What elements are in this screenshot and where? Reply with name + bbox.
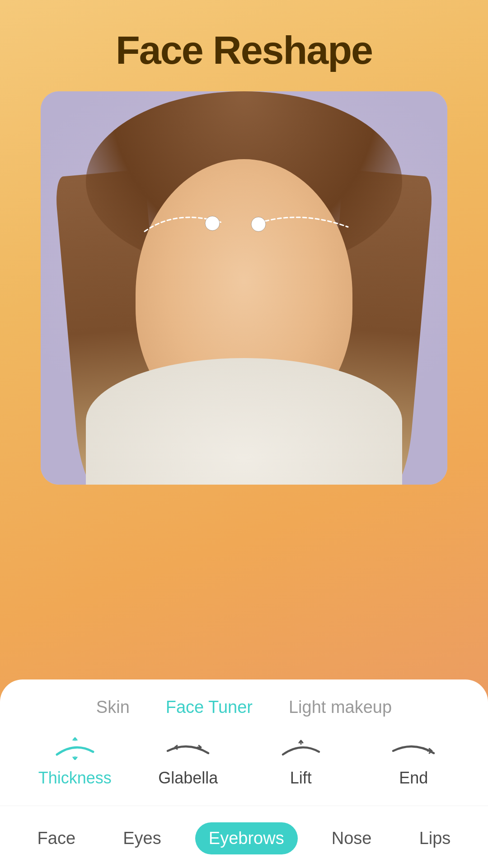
category-face[interactable]: Face: [24, 822, 89, 854]
glabella-icon: [165, 735, 211, 762]
end-label: End: [399, 769, 428, 788]
tab-light-makeup[interactable]: Light makeup: [289, 698, 392, 717]
category-nose[interactable]: Nose: [318, 822, 385, 854]
tool-glabella[interactable]: Glabella: [152, 735, 224, 788]
photo-card: [41, 91, 447, 485]
tab-skin[interactable]: Skin: [96, 698, 130, 717]
thickness-label: Thickness: [38, 769, 112, 788]
svg-point-0: [205, 216, 220, 231]
glabella-label: Glabella: [158, 769, 218, 788]
category-lips[interactable]: Lips: [406, 822, 465, 854]
bottom-panel: Skin Face Tuner Light makeup Thickness: [0, 679, 488, 868]
category-eyebrows[interactable]: Eyebrows: [195, 822, 298, 854]
eyebrow-overlay: [131, 200, 357, 245]
tab-face-tuner[interactable]: Face Tuner: [166, 698, 253, 717]
lift-icon: [278, 735, 324, 762]
clothing: [86, 358, 402, 485]
tool-end[interactable]: End: [377, 735, 450, 788]
tool-lift[interactable]: Lift: [265, 735, 337, 788]
page-title: Face Reshape: [116, 27, 372, 73]
portrait: [41, 91, 447, 485]
lift-label: Lift: [290, 769, 312, 788]
svg-point-1: [251, 217, 266, 231]
tab-row: Skin Face Tuner Light makeup: [0, 698, 488, 717]
tool-thickness[interactable]: Thickness: [38, 735, 112, 788]
divider: [0, 806, 488, 806]
category-row: Face Eyes Eyebrows Nose Lips: [0, 822, 488, 854]
thickness-icon: [52, 735, 98, 762]
end-icon: [391, 735, 436, 762]
category-eyes[interactable]: Eyes: [109, 822, 174, 854]
tools-row: Thickness Glabella: [0, 735, 488, 788]
